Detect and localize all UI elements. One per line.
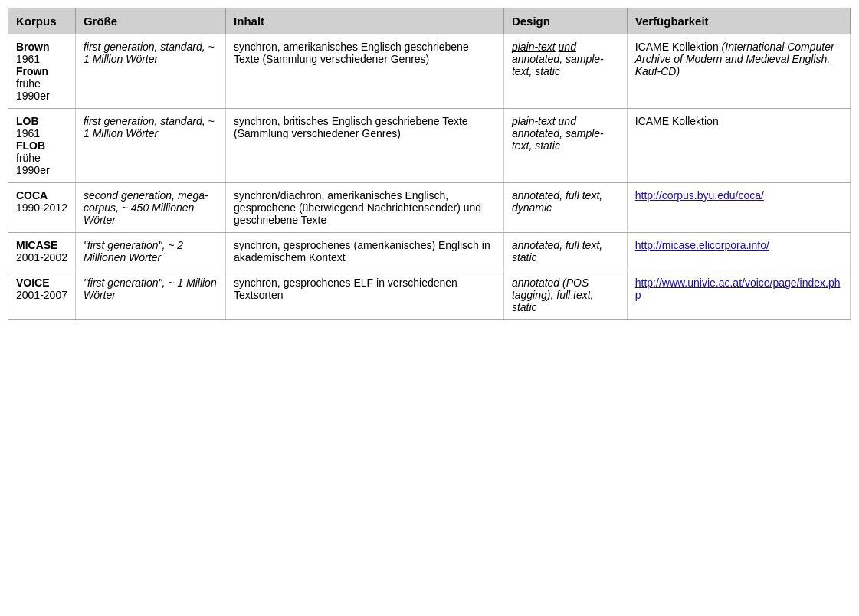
cell-korpus: LOB1961FLOBfrühe1990er	[8, 109, 76, 183]
cell-groesse: second generation, mega-corpus, ~ 450 Mi…	[75, 183, 225, 233]
cell-design: plain-text und annotated, sample-text, s…	[503, 109, 627, 183]
header-korpus: Korpus	[8, 8, 76, 34]
header-verfuegbarkeit: Verfügbarkeit	[627, 8, 850, 34]
header-design: Design	[503, 8, 627, 34]
cell-design: plain-text und annotated, sample-text, s…	[503, 34, 627, 109]
header-inhalt: Inhalt	[226, 8, 504, 34]
table-row: Brown1961Frownfrühe1990erfirst generatio…	[8, 34, 851, 109]
cell-design: annotated, full text, static	[503, 233, 627, 270]
corpus-table: Korpus Größe Inhalt Design Verfügbarkeit…	[8, 8, 851, 320]
cell-groesse: "first generation", ~ 2 Millionen Wörter	[75, 233, 225, 270]
table-row: VOICE2001-2007"first generation", ~ 1 Mi…	[8, 270, 851, 320]
cell-groesse: "first generation", ~ 1 Million Wörter	[75, 270, 225, 320]
table-row: LOB1961FLOBfrühe1990erfirst generation, …	[8, 109, 851, 183]
header-groesse: Größe	[75, 8, 225, 34]
cell-groesse: first generation, standard, ~ 1 Million …	[75, 109, 225, 183]
cell-groesse: first generation, standard, ~ 1 Million …	[75, 34, 225, 109]
cell-design: annotated (POS tagging), full text, stat…	[503, 270, 627, 320]
cell-verfuegbarkeit: ICAME Kollektion (International Computer…	[627, 34, 850, 109]
cell-korpus: MICASE2001-2002	[8, 233, 76, 270]
cell-verfuegbarkeit[interactable]: http://www.univie.ac.at/voice/page/index…	[627, 270, 850, 320]
cell-inhalt: synchron/diachron, amerikanisches Englis…	[226, 183, 504, 233]
cell-inhalt: synchron, gesprochenes (amerikanisches) …	[226, 233, 504, 270]
table-row: COCA1990-2012second generation, mega-cor…	[8, 183, 851, 233]
cell-inhalt: synchron, gesprochenes ELF in verschiede…	[226, 270, 504, 320]
cell-verfuegbarkeit[interactable]: http://corpus.byu.edu/coca/	[627, 183, 850, 233]
cell-inhalt: synchron, britisches Englisch geschriebe…	[226, 109, 504, 183]
cell-korpus: VOICE2001-2007	[8, 270, 76, 320]
table-row: MICASE2001-2002"first generation", ~ 2 M…	[8, 233, 851, 270]
verfuegbarkeit-link[interactable]: http://www.univie.ac.at/voice/page/index…	[635, 277, 841, 301]
cell-korpus: Brown1961Frownfrühe1990er	[8, 34, 76, 109]
cell-design: annotated, full text, dynamic	[503, 183, 627, 233]
cell-korpus: COCA1990-2012	[8, 183, 76, 233]
cell-inhalt: synchron, amerikanisches Englisch geschr…	[226, 34, 504, 109]
verfuegbarkeit-link[interactable]: http://corpus.byu.edu/coca/	[635, 189, 764, 202]
verfuegbarkeit-link[interactable]: http://micase.elicorpora.info/	[635, 239, 769, 251]
cell-verfuegbarkeit: ICAME Kollektion	[627, 109, 850, 183]
cell-verfuegbarkeit[interactable]: http://micase.elicorpora.info/	[627, 233, 850, 270]
